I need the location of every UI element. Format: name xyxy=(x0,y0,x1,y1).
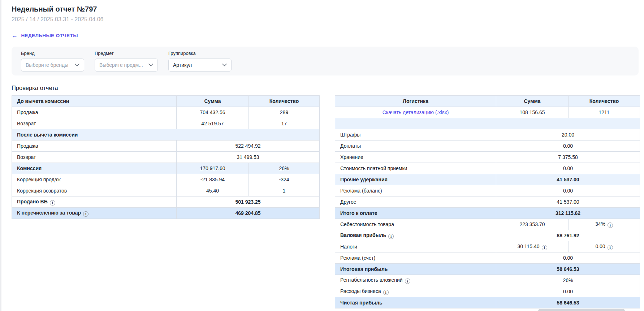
filters-panel: Бренд Выберите бренды Предмет Выберите п… xyxy=(12,47,639,75)
brand-select[interactable]: Выберите бренды xyxy=(21,59,84,72)
table-row: Продажа522 494.92 xyxy=(12,141,320,152)
row-value-text: 1211 xyxy=(598,109,609,115)
row-label: Чистая прибыль xyxy=(335,297,496,308)
row-value: 1211 xyxy=(569,107,640,118)
row-value: 704 432.56 xyxy=(177,107,249,118)
subject-select-value: Выберите предм... xyxy=(99,62,143,68)
horizontal-scrollbar-thumb[interactable] xyxy=(538,309,625,311)
table-row: Чистая прибыль58 646.53 xyxy=(335,297,640,308)
table-row: Налоги30 115.40i0.00i xyxy=(335,241,640,252)
row-value: 223 353.70 xyxy=(496,219,569,230)
row-label: К перечислению за товарi xyxy=(12,208,177,219)
row-value: 41 537.00 xyxy=(496,196,640,208)
row-value: 88 761.92 xyxy=(496,230,640,241)
row-label: Валовая прибыльi xyxy=(335,230,496,241)
table-row: Другое41 537.00 xyxy=(335,196,640,208)
info-icon[interactable]: i xyxy=(383,290,389,295)
subject-filter-group: Предмет Выберите предм... xyxy=(95,51,158,75)
table-row: Комиссия170 917.6026% xyxy=(12,163,320,174)
row-value-text: 41 537.00 xyxy=(557,199,579,205)
row-value-text: 108 156.65 xyxy=(519,109,545,115)
page-left-edge-strip xyxy=(0,0,1,311)
table-row: Продано ВБi501 923.25 xyxy=(12,196,320,208)
row-value-text: 0.00 xyxy=(563,255,573,261)
table-header-row: До вычета комиссии Сумма Количество xyxy=(12,96,320,107)
row-value-text: 20.00 xyxy=(562,132,574,138)
row-label: Стоимость платной приемки xyxy=(335,163,496,174)
chevron-down-icon xyxy=(222,64,227,66)
row-label-text: Возврат xyxy=(17,154,36,160)
report-tables: До вычета комиссии Сумма Количество Прод… xyxy=(12,95,644,308)
download-link-cell: Скачать детализацию (.xlsx) xyxy=(335,107,496,118)
row-label: Продажа xyxy=(12,107,177,118)
row-value-text: 469 204.85 xyxy=(235,210,260,216)
row-value-text: 312 115.62 xyxy=(556,210,580,216)
row-value: 58 646.53 xyxy=(496,264,640,275)
row-value: 42 519.57 xyxy=(177,118,249,129)
row-value: 170 917.60 xyxy=(177,163,249,174)
row-value: 26% xyxy=(496,275,640,286)
row-value: 469 204.85 xyxy=(177,208,320,219)
row-label-text: Продажа xyxy=(17,109,38,115)
brand-select-value: Выберите бренды xyxy=(26,62,68,68)
back-to-weekly-reports-link[interactable]: ← НЕДЕЛЬНЫЕ ОТЧЕТЫ xyxy=(12,33,78,39)
info-icon[interactable]: i xyxy=(388,234,394,239)
row-label-text: К перечислению за товар xyxy=(17,210,81,216)
row-label: Штрафы xyxy=(335,129,496,141)
row-label: Реклама (баланс) xyxy=(335,185,496,196)
row-value-text: 170 917.60 xyxy=(200,165,225,171)
table-row: Итоговая прибыль58 646.53 xyxy=(335,264,640,275)
row-label: Другое xyxy=(335,196,496,208)
table-row: Реклама (баланс)0.00 xyxy=(335,185,640,196)
row-label: Возврат xyxy=(12,152,177,163)
row-value: 20.00 xyxy=(496,129,640,141)
row-label-text: Валовая прибыль xyxy=(340,232,386,238)
row-value-text: 41 537.00 xyxy=(557,177,579,182)
subject-filter-label: Предмет xyxy=(95,51,158,56)
row-value-text: -21 835.94 xyxy=(200,177,225,182)
info-icon[interactable]: i xyxy=(608,245,613,250)
row-label: Реклама (счет) xyxy=(335,252,496,264)
row-value: 0.00 xyxy=(496,163,640,174)
table-row: К перечислению за товарi469 204.85 xyxy=(12,208,320,219)
grouping-select[interactable]: Артикул xyxy=(168,59,232,72)
row-value-text: 17 xyxy=(281,121,287,126)
divider-cell xyxy=(335,118,640,129)
row-value-text: -324 xyxy=(279,177,289,182)
info-icon[interactable]: i xyxy=(50,200,55,206)
table-row: Расходы бизнесаi0.00 xyxy=(335,286,640,297)
table-row: Коррекция продаж-21 835.94-324 xyxy=(12,174,320,185)
row-label: Рентабельность вложенийi xyxy=(335,275,496,286)
grouping-filter-label: Группировка xyxy=(168,51,232,56)
row-label-text: Итого к оплате xyxy=(340,210,377,216)
row-value: 312 115.62 xyxy=(496,208,640,219)
info-icon[interactable]: i xyxy=(83,211,88,217)
table-row: Итого к оплате312 115.62 xyxy=(335,208,640,219)
row-label-text: Коррекция возвратов xyxy=(17,188,67,194)
info-icon[interactable]: i xyxy=(542,245,547,250)
subject-select[interactable]: Выберите предм... xyxy=(95,59,158,72)
row-label: Хранение xyxy=(335,152,496,163)
row-label-text: После вычета комиссии xyxy=(17,132,78,138)
row-label: Себестоимость товара xyxy=(335,219,496,230)
row-value: 0.00i xyxy=(569,241,640,252)
row-value: 0.00 xyxy=(496,252,640,264)
brand-filter-group: Бренд Выберите бренды xyxy=(21,51,84,75)
row-label: Продажа xyxy=(12,141,177,152)
row-label-text: Реклама (счет) xyxy=(340,255,375,261)
row-value: 522 494.92 xyxy=(177,141,320,152)
row-label-text: Доплаты xyxy=(340,143,361,149)
row-value: 0.00 xyxy=(496,185,640,196)
row-value-text: 7 375.58 xyxy=(558,154,578,160)
info-icon[interactable]: i xyxy=(608,223,613,228)
row-label: После вычета комиссии xyxy=(12,129,320,141)
row-label-text: Другое xyxy=(340,199,356,205)
table-row: Доплаты0.00 xyxy=(335,141,640,152)
row-value-text: 26% xyxy=(279,165,289,171)
row-label: Коррекция продаж xyxy=(12,174,177,185)
info-icon[interactable]: i xyxy=(405,278,410,284)
download-detail-link[interactable]: Скачать детализацию (.xlsx) xyxy=(382,109,449,115)
table-row: Рентабельность вложенийi26% xyxy=(335,275,640,286)
column-header-qty: Количество xyxy=(249,96,320,107)
row-value: 108 156.65 xyxy=(496,107,569,118)
